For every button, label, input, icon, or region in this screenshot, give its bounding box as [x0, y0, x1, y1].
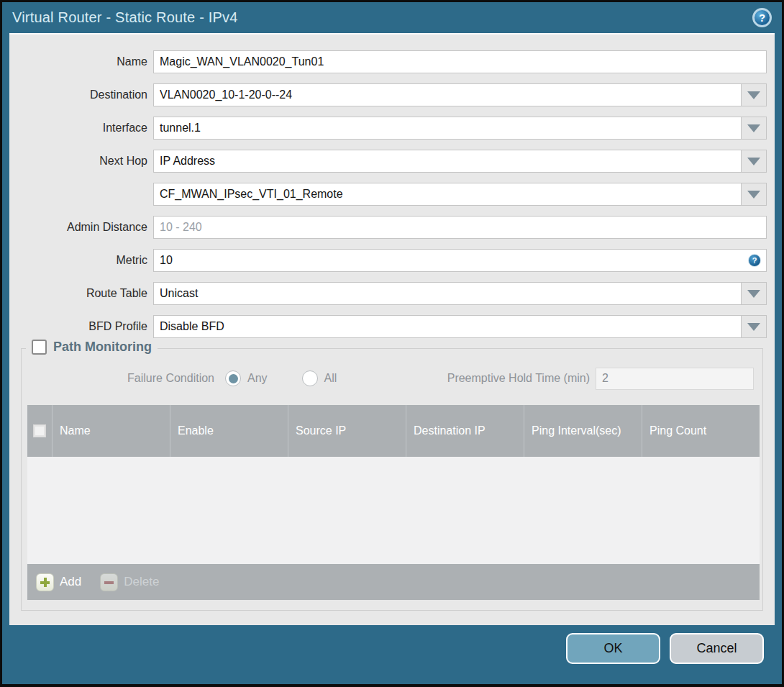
failure-condition-label: Failure Condition: [22, 372, 214, 385]
radio-all-label: All: [324, 372, 337, 385]
next-hop-address-input[interactable]: [153, 183, 742, 206]
dialog-footer: OK Cancel: [2, 623, 782, 684]
destination-label: Destination: [9, 88, 147, 101]
preemptive-hold-time-input[interactable]: [596, 368, 754, 390]
name-row: Name: [9, 50, 775, 73]
add-plus-icon: [36, 573, 54, 591]
next-hop-type-input[interactable]: [153, 150, 742, 173]
chevron-down-icon: [747, 124, 760, 132]
interface-row: Interface: [9, 117, 775, 140]
failure-condition-row: Failure Condition Any All Preemptive Hol…: [22, 368, 762, 389]
interface-label: Interface: [9, 122, 147, 135]
path-monitoring-table: NameEnableSource IPDestination IPPing In…: [27, 405, 760, 600]
dialog-content: Name Destination Interface Next Hop: [9, 33, 775, 625]
add-button[interactable]: Add: [36, 573, 81, 591]
column-header: Name: [52, 405, 170, 457]
path-monitoring-checkbox[interactable]: [32, 340, 47, 355]
table-header: NameEnableSource IPDestination IPPing In…: [27, 405, 760, 457]
next-hop-type-dropdown-button[interactable]: [741, 150, 767, 173]
path-monitoring-legend: Path Monitoring: [26, 340, 158, 355]
chevron-down-icon: [747, 323, 760, 331]
table-toolbar: Add Delete: [27, 564, 760, 600]
chevron-down-icon: [747, 91, 760, 99]
next-hop-address-dropdown-button[interactable]: [741, 183, 767, 206]
help-icon[interactable]: ?: [752, 8, 772, 27]
metric-row: Metric ?: [9, 249, 775, 272]
next-hop-row: Next Hop: [9, 150, 775, 173]
ok-button[interactable]: OK: [566, 633, 660, 664]
metric-input[interactable]: [153, 249, 767, 272]
metric-help-icon[interactable]: ?: [748, 254, 761, 267]
delete-button-label: Delete: [124, 575, 159, 589]
route-table-label: Route Table: [9, 287, 147, 300]
select-all-cell: [27, 405, 52, 457]
name-input[interactable]: [153, 50, 767, 73]
chevron-down-icon: [747, 191, 760, 199]
interface-dropdown-button[interactable]: [741, 117, 767, 140]
add-button-label: Add: [60, 575, 81, 589]
route-table-dropdown-button[interactable]: [741, 282, 767, 305]
delete-minus-icon: [100, 573, 118, 591]
cancel-button[interactable]: Cancel: [670, 633, 764, 664]
dialog-title: Virtual Router - Static Route - IPv4: [12, 9, 238, 26]
column-header: Destination IP: [406, 405, 524, 457]
preemptive-hold-time-label: Preemptive Hold Time (min): [447, 372, 590, 385]
column-header: Ping Count: [642, 405, 760, 457]
radio-dot: [229, 374, 238, 383]
destination-input[interactable]: [153, 83, 742, 106]
column-header: Ping Interval(sec): [524, 405, 642, 457]
admin-distance-row: Admin Distance: [9, 216, 775, 239]
bfd-profile-input[interactable]: [153, 315, 742, 338]
static-route-dialog: Virtual Router - Static Route - IPv4 ? N…: [0, 0, 784, 687]
chevron-down-icon: [747, 158, 760, 165]
bfd-profile-label: BFD Profile: [9, 320, 147, 333]
metric-label: Metric: [9, 254, 147, 267]
column-header: Enable: [170, 405, 288, 457]
bfd-profile-dropdown-button[interactable]: [741, 315, 767, 338]
path-monitoring-section: Path Monitoring Failure Condition Any Al…: [21, 348, 763, 611]
destination-dropdown-button[interactable]: [741, 83, 767, 106]
name-label: Name: [9, 55, 147, 68]
admin-distance-label: Admin Distance: [9, 221, 147, 234]
table-body[interactable]: [27, 457, 760, 564]
route-table-row: Route Table: [9, 282, 775, 305]
destination-row: Destination: [9, 83, 775, 106]
delete-button[interactable]: Delete: [100, 573, 159, 591]
next-hop-address-row: [9, 183, 775, 206]
bfd-profile-row: BFD Profile: [9, 315, 775, 338]
column-header: Source IP: [288, 405, 406, 457]
path-monitoring-title: Path Monitoring: [53, 340, 152, 355]
interface-input[interactable]: [153, 117, 742, 140]
radio-any-label: Any: [247, 372, 268, 385]
select-all-checkbox[interactable]: [33, 424, 46, 437]
radio-all[interactable]: [302, 370, 318, 386]
admin-distance-input[interactable]: [153, 216, 767, 239]
radio-any[interactable]: [225, 370, 241, 386]
next-hop-label: Next Hop: [9, 155, 147, 168]
route-table-input[interactable]: [153, 282, 742, 305]
dialog-titlebar: Virtual Router - Static Route - IPv4 ?: [2, 2, 782, 33]
chevron-down-icon: [747, 290, 760, 298]
